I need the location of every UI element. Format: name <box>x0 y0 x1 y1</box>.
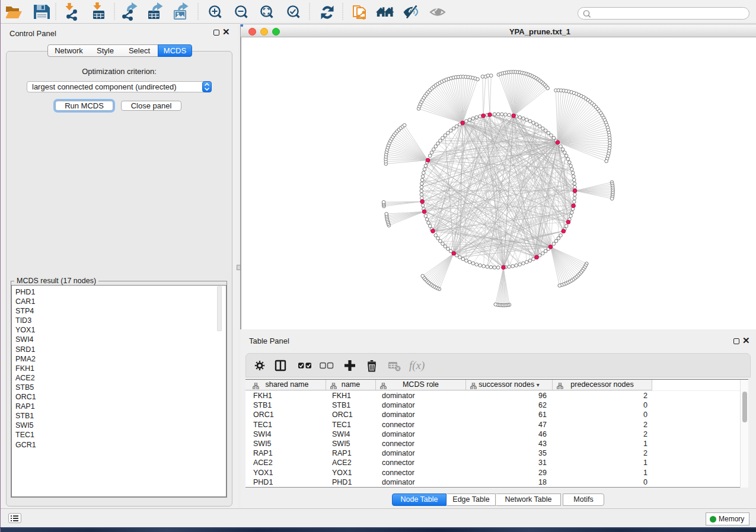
svg-text:f(x): f(x) <box>409 359 425 372</box>
